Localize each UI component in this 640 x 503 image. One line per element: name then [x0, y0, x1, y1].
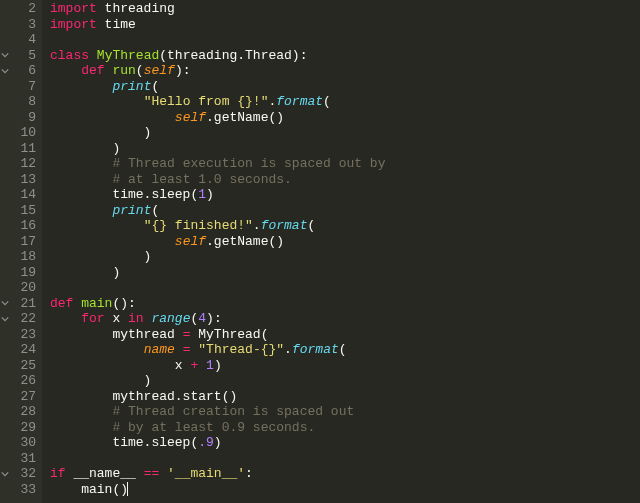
code-line[interactable]: print( [50, 79, 385, 95]
code-line[interactable]: x + 1) [50, 358, 385, 374]
code-line[interactable]: class MyThread(threading.Thread): [50, 48, 385, 64]
line-number[interactable]: 12 [0, 156, 36, 172]
code-line[interactable] [50, 280, 385, 296]
line-number[interactable]: 32 [0, 466, 36, 482]
code-editor-area[interactable]: import threadingimport timeclass MyThrea… [42, 0, 385, 503]
code-line[interactable]: ) [50, 249, 385, 265]
fold-down-icon[interactable] [1, 67, 9, 75]
line-number-text: 31 [20, 451, 36, 467]
code-line[interactable]: print( [50, 203, 385, 219]
code-line[interactable]: import time [50, 17, 385, 33]
code-line[interactable]: # Thread execution is spaced out by [50, 156, 385, 172]
code-line[interactable]: main() [50, 482, 385, 498]
line-number[interactable]: 18 [0, 249, 36, 265]
line-number[interactable]: 29 [0, 420, 36, 436]
fold-down-icon[interactable] [1, 470, 9, 478]
line-number[interactable]: 6 [0, 63, 36, 79]
line-number-text: 24 [20, 342, 36, 358]
code-line[interactable]: # at least 1.0 seconds. [50, 172, 385, 188]
line-number[interactable]: 3 [0, 17, 36, 33]
token-kw2: format [276, 94, 323, 109]
fold-toggle[interactable] [0, 469, 10, 479]
token-id: : [245, 466, 253, 481]
line-number[interactable]: 8 [0, 94, 36, 110]
code-line[interactable]: ) [50, 373, 385, 389]
code-line[interactable]: self.getName() [50, 234, 385, 250]
line-number[interactable]: 10 [0, 125, 36, 141]
line-number[interactable]: 20 [0, 280, 36, 296]
fold-down-icon[interactable] [1, 299, 9, 307]
token-id: . [284, 342, 292, 357]
line-number[interactable]: 30 [0, 435, 36, 451]
token-kw2: range [151, 311, 190, 326]
code-line[interactable]: ) [50, 141, 385, 157]
token-id: .getName() [206, 234, 284, 249]
line-number-text: 4 [28, 32, 36, 48]
line-number[interactable]: 21 [0, 296, 36, 312]
line-number[interactable]: 26 [0, 373, 36, 389]
code-line[interactable]: mythread.start() [50, 389, 385, 405]
code-line[interactable]: # by at least 0.9 seconds. [50, 420, 385, 436]
code-line[interactable]: def run(self): [50, 63, 385, 79]
token-param: self [144, 63, 175, 78]
line-number[interactable]: 17 [0, 234, 36, 250]
code-line[interactable]: time.sleep(.9) [50, 435, 385, 451]
line-number[interactable]: 28 [0, 404, 36, 420]
line-number[interactable]: 33 [0, 482, 36, 498]
code-line[interactable]: if __name__ == '__main__': [50, 466, 385, 482]
line-number[interactable]: 23 [0, 327, 36, 343]
line-number-gutter[interactable]: 2345678910111213141516171819202122232425… [0, 0, 42, 503]
line-number[interactable]: 27 [0, 389, 36, 405]
code-line[interactable]: name = "Thread-{}".format( [50, 342, 385, 358]
line-number[interactable]: 22 [0, 311, 36, 327]
line-number-text: 32 [20, 466, 36, 482]
line-number[interactable]: 4 [0, 32, 36, 48]
code-line[interactable]: time.sleep(1) [50, 187, 385, 203]
code-line[interactable]: mythread = MyThread( [50, 327, 385, 343]
fold-down-icon[interactable] [1, 315, 9, 323]
token-num: 1 [198, 187, 206, 202]
line-number[interactable]: 19 [0, 265, 36, 281]
line-number[interactable]: 16 [0, 218, 36, 234]
code-line[interactable]: for x in range(4): [50, 311, 385, 327]
line-number-text: 19 [20, 265, 36, 281]
line-number[interactable]: 15 [0, 203, 36, 219]
token-id [50, 203, 112, 218]
line-number-text: 10 [20, 125, 36, 141]
code-line[interactable] [50, 32, 385, 48]
fold-toggle[interactable] [0, 298, 10, 308]
line-number[interactable]: 14 [0, 187, 36, 203]
code-line[interactable]: ) [50, 125, 385, 141]
code-line[interactable]: ) [50, 265, 385, 281]
token-id: ): [206, 311, 222, 326]
line-number[interactable]: 2 [0, 1, 36, 17]
token-id: ( [339, 342, 347, 357]
line-number[interactable]: 5 [0, 48, 36, 64]
line-number[interactable]: 13 [0, 172, 36, 188]
fold-down-icon[interactable] [1, 51, 9, 59]
line-number[interactable]: 24 [0, 342, 36, 358]
line-number[interactable]: 7 [0, 79, 36, 95]
fold-toggle[interactable] [0, 314, 10, 324]
code-line[interactable]: def main(): [50, 296, 385, 312]
token-cmt: # by at least 0.9 seconds. [112, 420, 315, 435]
code-line[interactable]: import threading [50, 1, 385, 17]
code-line[interactable]: self.getName() [50, 110, 385, 126]
token-kw: if [50, 466, 66, 481]
line-number[interactable]: 9 [0, 110, 36, 126]
code-line[interactable] [50, 451, 385, 467]
line-number[interactable]: 25 [0, 358, 36, 374]
token-id: ( [307, 218, 315, 233]
fold-toggle[interactable] [0, 66, 10, 76]
token-id: ( [136, 63, 144, 78]
line-number[interactable]: 31 [0, 451, 36, 467]
token-id [50, 110, 175, 125]
fold-toggle[interactable] [0, 50, 10, 60]
line-number[interactable]: 11 [0, 141, 36, 157]
token-id [50, 156, 112, 171]
code-line[interactable]: # Thread creation is spaced out [50, 404, 385, 420]
line-number-text: 13 [20, 172, 36, 188]
code-line[interactable]: "{} finished!".format( [50, 218, 385, 234]
token-id: ) [214, 358, 222, 373]
code-line[interactable]: "Hello from {}!".format( [50, 94, 385, 110]
